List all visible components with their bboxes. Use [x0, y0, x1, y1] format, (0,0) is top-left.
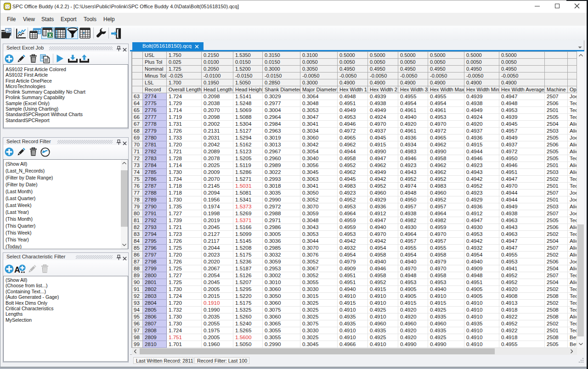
svg-text:X: X [48, 33, 51, 38]
svg-text:A: A [14, 265, 20, 274]
